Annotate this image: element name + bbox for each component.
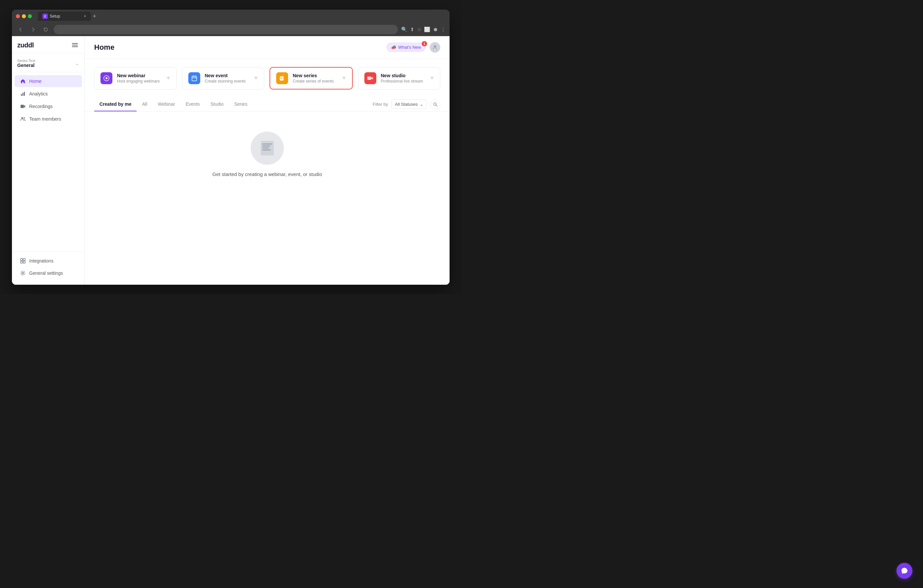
user-avatar[interactable] (430, 42, 440, 53)
share-icon[interactable]: ⬆ (410, 26, 414, 33)
team-icon (20, 116, 26, 122)
svg-rect-7 (23, 258, 25, 261)
new-tab-button[interactable]: + (93, 13, 97, 19)
close-button[interactable] (16, 14, 20, 18)
series-add-icon: + (342, 74, 346, 82)
tab-series[interactable]: Series (229, 97, 253, 112)
webinar-card-subtitle: Host engaging webinars (117, 79, 162, 84)
notification-badge: 1 (422, 41, 427, 46)
sidebar-item-general-settings[interactable]: General settings (15, 267, 82, 279)
logo-text: zuddl (17, 41, 34, 49)
studio-card-subtitle: Professional live stream (381, 79, 426, 84)
webinar-card-info: New webinar Host engaging webinars (117, 73, 162, 84)
bookmark-icon[interactable]: ☆ (417, 26, 421, 33)
analytics-icon (20, 91, 26, 97)
main-content: Home 📣 What's New 1 (85, 36, 450, 285)
tab-created-by-me[interactable]: Created by me (94, 97, 136, 112)
refresh-button[interactable] (41, 25, 50, 34)
workspace-name: General (17, 62, 35, 68)
browser-toolbar: 🔍 ⬆ ☆ ⬜ ⏺ ⋮ (12, 23, 450, 36)
empty-state-text: Get started by creating a webinar, event… (212, 171, 322, 177)
empty-state-icon (251, 131, 284, 165)
sidebar-item-home[interactable]: Home (15, 75, 82, 87)
whats-new-container: 📣 What's New 1 (386, 43, 426, 52)
general-settings-label: General settings (29, 271, 63, 276)
filter-right: Filter by All Statuses ⌄ (373, 99, 440, 109)
more-icon[interactable]: ⋮ (441, 26, 445, 33)
tab-favicon: Z (43, 13, 48, 19)
svg-point-10 (22, 272, 24, 274)
forward-button[interactable] (28, 25, 38, 34)
svg-rect-22 (262, 143, 272, 145)
tab-bar: Z Setup × + (38, 11, 445, 21)
svg-rect-24 (262, 148, 269, 148)
svg-rect-6 (21, 258, 23, 261)
workspace-label: Series Test (17, 59, 35, 62)
workspace-info: Series Test General (17, 59, 35, 68)
svg-rect-8 (21, 261, 23, 263)
megaphone-icon: 📣 (391, 45, 396, 50)
studio-card-icon (365, 72, 376, 84)
series-card-info: New series Create series of events (293, 73, 338, 84)
tab-studio[interactable]: Studio (205, 97, 229, 112)
series-card-icon (276, 72, 288, 84)
browser-titlebar: Z Setup × + (12, 10, 450, 23)
back-button[interactable] (16, 25, 25, 34)
sidebar-item-integrations[interactable]: Integrations (15, 255, 82, 267)
sidebar: zuddl Series Test General ⌄ (12, 36, 85, 285)
browser-window: Z Setup × + 🔍 ⬆ ☆ ⬜ ⏺ ⋮ (12, 10, 450, 285)
tab-all[interactable]: All (136, 97, 153, 112)
new-studio-card[interactable]: New studio Professional live stream + (358, 67, 441, 89)
search-filter-button[interactable] (430, 99, 440, 109)
maximize-button[interactable] (28, 14, 32, 18)
analytics-label: Analytics (29, 91, 48, 97)
workspace-selector[interactable]: Series Test General ⌄ (12, 56, 85, 72)
svg-rect-23 (262, 146, 270, 146)
traffic-lights (16, 14, 32, 18)
logo: zuddl (17, 41, 71, 49)
studio-card-title: New studio (381, 73, 426, 78)
svg-point-20 (434, 103, 436, 105)
browser-tab[interactable]: Z Setup × (38, 11, 91, 21)
new-webinar-card[interactable]: New webinar Host engaging webinars + (94, 67, 177, 89)
sidebar-item-analytics[interactable]: Analytics (15, 88, 82, 100)
tab-webinar[interactable]: Webinar (153, 97, 181, 112)
page-title: Home (94, 43, 386, 52)
sidebar-header: zuddl (12, 41, 85, 53)
tab-close-button[interactable]: × (84, 13, 86, 18)
filter-tabs: Created by me All Webinar Events Studio … (94, 97, 253, 112)
menu-icon[interactable] (71, 42, 79, 48)
new-series-card[interactable]: New series Create series of events + (269, 67, 353, 89)
webinar-card-title: New webinar (117, 73, 162, 78)
svg-marker-13 (106, 77, 108, 80)
integrations-icon (20, 258, 26, 264)
split-view-icon[interactable]: ⬜ (424, 26, 430, 33)
tab-title: Setup (50, 14, 60, 18)
minimize-button[interactable] (22, 14, 26, 18)
search-toolbar-icon[interactable]: 🔍 (401, 26, 407, 33)
empty-state: Get started by creating a webinar, event… (85, 112, 450, 197)
event-add-icon: + (254, 74, 258, 82)
svg-rect-0 (21, 94, 22, 96)
event-card-info: New event Create stunning events (205, 73, 250, 84)
svg-rect-3 (21, 105, 24, 108)
sidebar-item-recordings[interactable]: Recordings (15, 100, 82, 112)
action-cards-section: New webinar Host engaging webinars + New… (85, 59, 450, 97)
tab-events[interactable]: Events (181, 97, 205, 112)
status-select[interactable]: All Statuses ⌄ (391, 99, 427, 109)
record-icon[interactable]: ⏺ (433, 26, 438, 32)
home-icon (20, 78, 26, 84)
whats-new-button[interactable]: 📣 What's New 1 (386, 43, 426, 52)
status-select-value: All Statuses (395, 102, 418, 107)
sidebar-item-team-members[interactable]: Team members (15, 113, 82, 125)
series-card-subtitle: Create series of events (293, 79, 338, 84)
webinar-card-icon (100, 72, 112, 84)
address-bar[interactable] (54, 25, 398, 34)
filter-section: Created by me All Webinar Events Studio … (85, 97, 450, 112)
whats-new-label: What's New (398, 45, 421, 50)
recordings-label: Recordings (29, 104, 53, 109)
svg-rect-14 (192, 76, 197, 81)
app-container: zuddl Series Test General ⌄ (12, 36, 450, 285)
new-event-card[interactable]: New event Create stunning events + (182, 67, 264, 89)
studio-card-info: New studio Professional live stream (381, 73, 426, 84)
